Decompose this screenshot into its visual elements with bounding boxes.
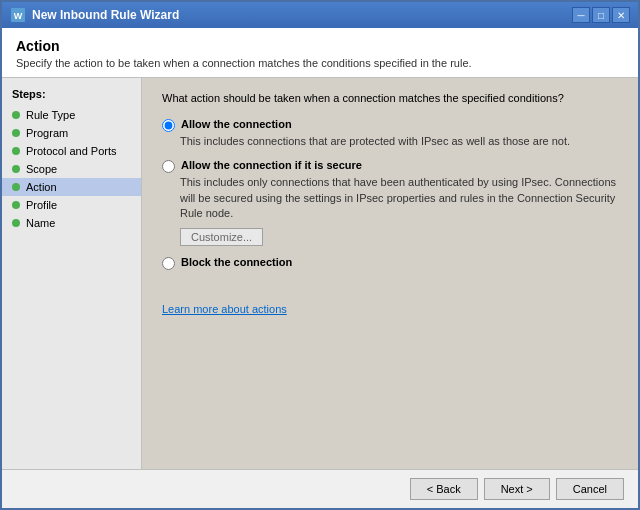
cancel-button[interactable]: Cancel bbox=[556, 478, 624, 500]
option-allow-secure-row: Allow the connection if it is secure bbox=[162, 159, 618, 173]
option-allow-desc: This includes connections that are prote… bbox=[180, 134, 618, 149]
step-dot-name bbox=[12, 219, 20, 227]
sidebar-item-label: Action bbox=[26, 181, 57, 193]
option-block: Block the connection bbox=[162, 256, 618, 272]
step-dot-action bbox=[12, 183, 20, 191]
sidebar-item-protocol[interactable]: Protocol and Ports bbox=[2, 142, 141, 160]
back-button[interactable]: < Back bbox=[410, 478, 478, 500]
option-block-label: Block the connection bbox=[181, 256, 292, 268]
option-allow-row: Allow the connection bbox=[162, 118, 618, 132]
step-dot-profile bbox=[12, 201, 20, 209]
main-panel: What action should be taken when a conne… bbox=[142, 78, 638, 469]
page-title: Action bbox=[16, 38, 624, 54]
steps-label: Steps: bbox=[2, 88, 141, 106]
sidebar: Steps: Rule Type Program Protocol and Po… bbox=[2, 78, 142, 469]
sidebar-item-label: Program bbox=[26, 127, 68, 139]
close-button[interactable]: ✕ bbox=[612, 7, 630, 23]
option-allow-secure-label: Allow the connection if it is secure bbox=[181, 159, 362, 171]
sidebar-item-name[interactable]: Name bbox=[2, 214, 141, 232]
minimize-button[interactable]: ─ bbox=[572, 7, 590, 23]
option-allow-secure: Allow the connection if it is secure Thi… bbox=[162, 159, 618, 245]
title-bar: W New Inbound Rule Wizard ─ □ ✕ bbox=[2, 2, 638, 28]
title-bar-text: New Inbound Rule Wizard bbox=[32, 8, 572, 22]
svg-text:W: W bbox=[14, 11, 23, 21]
step-dot-program bbox=[12, 129, 20, 137]
question-text: What action should be taken when a conne… bbox=[162, 92, 618, 104]
sidebar-item-action[interactable]: Action bbox=[2, 178, 141, 196]
learn-more: Learn more about actions bbox=[162, 302, 618, 316]
sidebar-item-program[interactable]: Program bbox=[2, 124, 141, 142]
sidebar-item-label: Name bbox=[26, 217, 55, 229]
radio-block[interactable] bbox=[162, 257, 175, 270]
step-dot-scope bbox=[12, 165, 20, 173]
window-icon: W bbox=[10, 7, 26, 23]
next-button[interactable]: Next > bbox=[484, 478, 550, 500]
page-header: Action Specify the action to be taken wh… bbox=[2, 28, 638, 78]
option-allow-label: Allow the connection bbox=[181, 118, 292, 130]
title-bar-controls: ─ □ ✕ bbox=[572, 7, 630, 23]
radio-allow[interactable] bbox=[162, 119, 175, 132]
option-allow-secure-desc: This includes only connections that have… bbox=[180, 175, 618, 221]
sidebar-item-profile[interactable]: Profile bbox=[2, 196, 141, 214]
sidebar-item-label: Rule Type bbox=[26, 109, 75, 121]
sidebar-item-scope[interactable]: Scope bbox=[2, 160, 141, 178]
radio-group: Allow the connection This includes conne… bbox=[162, 118, 618, 282]
maximize-button[interactable]: □ bbox=[592, 7, 610, 23]
step-dot-protocol bbox=[12, 147, 20, 155]
wizard-window: W New Inbound Rule Wizard ─ □ ✕ Action S… bbox=[0, 0, 640, 510]
page-description: Specify the action to be taken when a co… bbox=[16, 57, 624, 69]
sidebar-item-label: Profile bbox=[26, 199, 57, 211]
bottom-bar: < Back Next > Cancel bbox=[2, 469, 638, 508]
customize-button[interactable]: Customize... bbox=[180, 228, 263, 246]
sidebar-item-label: Scope bbox=[26, 163, 57, 175]
content-area: Steps: Rule Type Program Protocol and Po… bbox=[2, 78, 638, 469]
step-dot-rule-type bbox=[12, 111, 20, 119]
option-block-row: Block the connection bbox=[162, 256, 618, 270]
option-allow: Allow the connection This includes conne… bbox=[162, 118, 618, 149]
radio-allow-secure[interactable] bbox=[162, 160, 175, 173]
learn-more-link[interactable]: Learn more about actions bbox=[162, 303, 287, 315]
sidebar-item-rule-type[interactable]: Rule Type bbox=[2, 106, 141, 124]
sidebar-item-label: Protocol and Ports bbox=[26, 145, 117, 157]
